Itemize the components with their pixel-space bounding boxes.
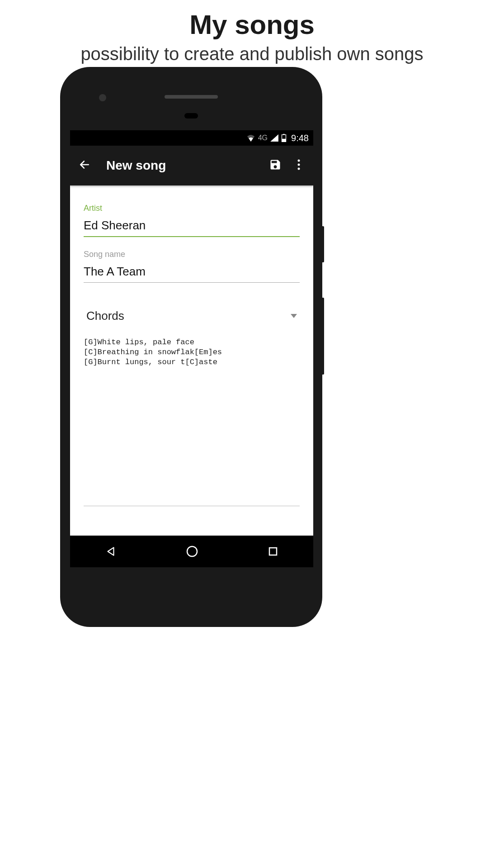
page-title: My songs bbox=[0, 9, 504, 40]
svg-rect-8 bbox=[269, 548, 277, 555]
chevron-down-icon bbox=[291, 312, 297, 320]
svg-point-5 bbox=[298, 164, 300, 166]
svg-point-6 bbox=[298, 168, 300, 170]
phone-earpiece bbox=[184, 113, 198, 119]
app-bar-title: New song bbox=[106, 158, 261, 173]
phone-frame: 4G 9:48 New song bbox=[60, 67, 322, 627]
nav-recent-button[interactable] bbox=[268, 546, 278, 557]
overflow-menu-button[interactable] bbox=[290, 157, 308, 175]
page-subtitle: possibility to create and publish own so… bbox=[0, 44, 504, 64]
cellular-icon bbox=[270, 134, 278, 142]
notation-type-value: Chords bbox=[86, 309, 124, 323]
save-button[interactable] bbox=[266, 157, 284, 175]
song-name-input[interactable] bbox=[84, 262, 300, 283]
phone-camera-dot bbox=[99, 94, 106, 101]
form-content: Artist Song name Chords [G]White lips, p… bbox=[70, 185, 313, 506]
square-recent-icon bbox=[268, 546, 278, 557]
app-bar: New song bbox=[70, 146, 313, 185]
lyrics-editor[interactable]: [G]White lips, pale face [C]Breathing in… bbox=[84, 329, 300, 501]
notation-type-dropdown[interactable]: Chords bbox=[84, 295, 300, 329]
status-time: 9:48 bbox=[291, 133, 309, 143]
song-name-field: Song name bbox=[84, 250, 300, 283]
circle-home-icon bbox=[186, 545, 198, 558]
artist-input[interactable] bbox=[84, 216, 300, 237]
phone-speaker bbox=[165, 95, 218, 99]
battery-icon bbox=[281, 134, 287, 142]
status-bar: 4G 9:48 bbox=[70, 130, 313, 146]
page-header: My songs possibility to create and publi… bbox=[0, 0, 504, 64]
artist-field: Artist bbox=[84, 204, 300, 237]
more-vertical-icon bbox=[297, 159, 300, 172]
phone-side-button bbox=[321, 226, 324, 262]
save-icon bbox=[269, 158, 282, 173]
status-network-label: 4G bbox=[258, 134, 268, 142]
triangle-back-icon bbox=[105, 546, 117, 557]
back-button[interactable] bbox=[75, 157, 94, 175]
svg-point-4 bbox=[298, 160, 300, 162]
artist-label: Artist bbox=[84, 204, 300, 213]
nav-back-button[interactable] bbox=[105, 546, 117, 557]
android-nav-bar bbox=[70, 536, 313, 567]
phone-side-button bbox=[321, 298, 324, 375]
lyrics-underline bbox=[84, 506, 300, 506]
arrow-left-icon bbox=[79, 159, 90, 172]
nav-home-button[interactable] bbox=[186, 545, 198, 558]
svg-point-7 bbox=[187, 546, 197, 556]
phone-screen: 4G 9:48 New song bbox=[70, 130, 313, 567]
wifi-icon bbox=[246, 134, 255, 142]
song-name-label: Song name bbox=[84, 250, 300, 259]
svg-rect-2 bbox=[282, 139, 286, 142]
